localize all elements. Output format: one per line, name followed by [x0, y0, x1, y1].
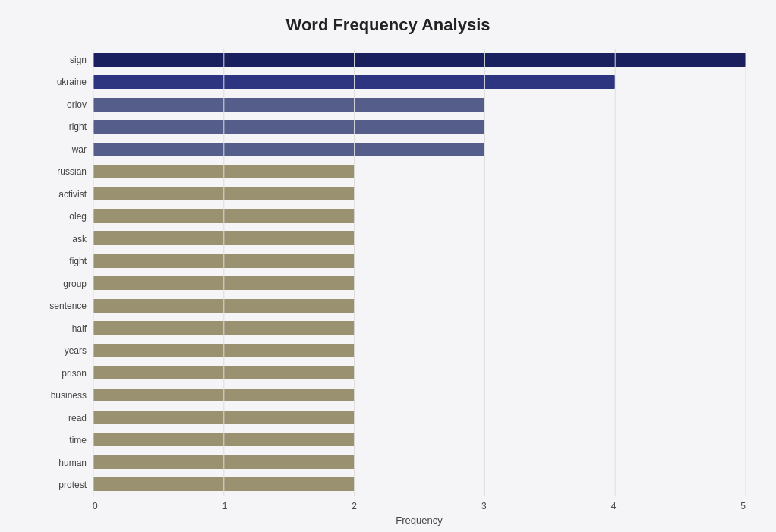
bar-row [93, 361, 746, 383]
bar [93, 411, 355, 424]
x-tick: 3 [481, 501, 487, 512]
x-tick: 0 [93, 501, 98, 512]
bar-row [93, 339, 746, 361]
bar-row [93, 451, 746, 473]
x-axis-label: Frequency [93, 515, 746, 526]
bar-row [93, 183, 746, 205]
bar-row [93, 474, 746, 496]
y-label: business [51, 385, 87, 408]
bar [93, 120, 484, 134]
bar-row [93, 205, 746, 227]
y-label: activist [58, 183, 87, 206]
y-label: human [58, 452, 87, 474]
bar-row [93, 49, 746, 71]
bar-row [93, 316, 746, 338]
x-tick: 2 [352, 501, 357, 512]
y-label: war [72, 138, 87, 161]
bar [93, 477, 355, 491]
bar [93, 455, 355, 469]
y-label: right [69, 116, 87, 139]
chart-container: Word Frequency Analysis signukraineorlov… [0, 0, 776, 532]
bars-area [93, 49, 746, 496]
bar [93, 231, 355, 245]
bar [93, 75, 615, 89]
y-label: oleg [69, 206, 87, 228]
y-label: group [63, 272, 87, 295]
bar [93, 187, 355, 201]
y-axis: signukraineorlovrightwarrussianactivisto… [30, 49, 93, 496]
y-label: read [68, 407, 87, 430]
y-label: protest [58, 474, 87, 497]
bar [93, 321, 355, 335]
y-label: ukraine [57, 71, 87, 94]
bar [93, 53, 746, 67]
bar [93, 143, 484, 156]
bar-row [93, 160, 746, 182]
bar-row [93, 228, 746, 250]
bar-row [93, 429, 746, 451]
bar-row [93, 71, 746, 93]
bar [93, 299, 355, 313]
bar [93, 165, 355, 178]
bar-row [93, 294, 746, 316]
y-label: russian [57, 161, 87, 184]
bar [93, 344, 355, 357]
y-label: sign [70, 49, 87, 71]
bar [93, 366, 355, 379]
bar-row [93, 138, 746, 160]
y-label: fight [69, 250, 87, 273]
bars-inner [93, 49, 746, 496]
bar-row [93, 93, 746, 115]
y-label: time [69, 430, 87, 452]
y-label: years [65, 340, 87, 363]
x-tick: 1 [222, 501, 228, 512]
y-label: prison [62, 362, 87, 385]
y-label: sentence [49, 295, 87, 318]
bar-row [93, 272, 746, 294]
bar [93, 209, 355, 223]
bar-row [93, 406, 746, 428]
y-label: orlov [67, 93, 87, 116]
bar [93, 276, 355, 290]
y-label: ask [72, 228, 87, 250]
bar [93, 254, 355, 268]
x-tick: 5 [740, 501, 746, 512]
y-label: half [72, 317, 87, 340]
bar-row [93, 384, 746, 406]
bar [93, 433, 355, 447]
x-tick: 4 [611, 501, 617, 512]
bar-row [93, 115, 746, 137]
chart-title: Word Frequency Analysis [30, 15, 746, 35]
bar [93, 98, 484, 112]
bar-row [93, 250, 746, 272]
bar [93, 389, 355, 402]
